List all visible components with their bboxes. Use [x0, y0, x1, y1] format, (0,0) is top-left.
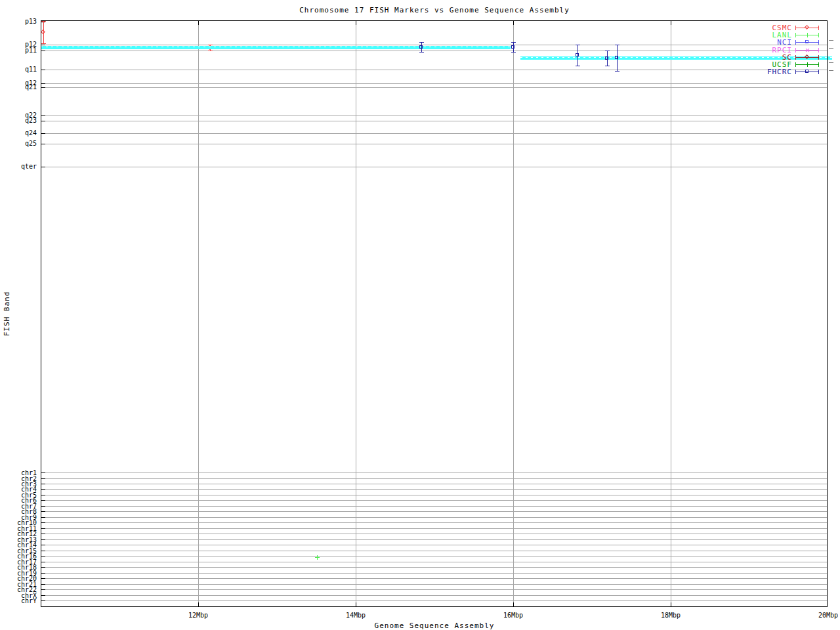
chromosome-gridline [41, 495, 828, 495]
error-bar-cap [41, 43, 46, 44]
y-tick [41, 511, 45, 512]
chromosome-gridline [41, 534, 828, 534]
y-tick [41, 539, 45, 540]
y-tick [41, 70, 45, 70]
band-label: p11 [1, 47, 37, 54]
legend-sample-cap [818, 26, 819, 30]
x-tick-bottom [671, 602, 671, 606]
legend-sample-cap [818, 33, 819, 37]
band-label: q21 [1, 84, 37, 91]
legend-sample-cap [795, 62, 796, 67]
x-gridline [198, 21, 199, 606]
legend-sample-cap [818, 70, 819, 74]
x-tick-top [198, 21, 199, 25]
y-tick [41, 545, 45, 545]
right-edge-tick [829, 48, 833, 49]
y-tick [41, 517, 45, 518]
plot-area: p13p12p11q11q12q21q22q23q24q25qterchr1ch… [0, 0, 840, 630]
x-tick-label: 20Mbp [807, 612, 840, 619]
band-label: q23 [1, 117, 37, 124]
legend-sample-cap [818, 48, 819, 52]
legend-sample-cap [795, 55, 796, 60]
right-edge-tick [829, 40, 833, 41]
chromosome-gridline [41, 567, 828, 568]
marker-square [419, 45, 423, 49]
chromosome-gridline [41, 478, 828, 479]
band-label: q11 [1, 66, 37, 73]
marker-plus [317, 555, 318, 560]
x-tick-bottom [356, 602, 356, 606]
marker-square [605, 56, 608, 60]
band-gridline [41, 70, 828, 70]
legend-sample-cap [795, 70, 796, 74]
y-tick [41, 528, 45, 529]
band-label: p13 [1, 18, 37, 25]
y-tick [41, 133, 45, 134]
band-gridline [41, 116, 828, 116]
marker-square [805, 70, 808, 73]
chromosome-gridline [41, 517, 828, 518]
chromosome-gridline [41, 506, 828, 507]
error-bar-cap [615, 71, 620, 72]
x-tick-bottom [513, 602, 514, 606]
y-tick [41, 589, 45, 590]
y-tick [41, 556, 45, 556]
x-axis-title: Genome Sequence Assembly [41, 621, 828, 630]
band-gridline [41, 167, 828, 167]
y-tick [41, 116, 45, 116]
chromosome-gridline [41, 511, 828, 512]
band-label: q24 [1, 130, 37, 136]
error-bar-cap [576, 66, 580, 66]
legend-sample-cap [818, 55, 819, 60]
marker-diamond [41, 30, 45, 34]
y-tick [41, 489, 45, 490]
y-tick [41, 121, 45, 121]
band-gridline [41, 87, 828, 88]
error-bar-cap [208, 51, 213, 51]
error-bar-cap [511, 52, 516, 52]
band-label: q25 [1, 140, 37, 147]
y-tick [41, 551, 45, 551]
error-bar-cap [41, 21, 46, 22]
y-tick [41, 600, 45, 601]
chromosome-gridline [41, 595, 828, 596]
y-tick [41, 144, 45, 144]
y-tick [41, 87, 45, 88]
chromosome-gridline [41, 484, 828, 484]
legend-sample-cap [795, 40, 796, 45]
y-tick [41, 522, 45, 523]
chromosome-gridline [41, 551, 828, 551]
error-bar-cap [576, 45, 580, 45]
marker-plus [807, 62, 808, 67]
band-gridline [41, 121, 828, 121]
band-label: qter [1, 163, 37, 170]
assembly-band-track [41, 46, 511, 49]
error-bar-cap [605, 66, 610, 66]
x-tick-label: 14Mbp [335, 612, 377, 619]
x-tick-label: 16Mbp [492, 612, 534, 619]
marker-plus [807, 33, 808, 37]
x-tick-label: 12Mbp [177, 612, 219, 619]
band-gridline [41, 144, 828, 144]
y-tick [41, 83, 45, 84]
y-tick [41, 567, 45, 568]
y-tick [41, 573, 45, 574]
chromosome-gridline [41, 584, 828, 585]
band-gridline [41, 45, 828, 45]
x-tick-top [513, 21, 514, 25]
chromosome-gridline [41, 600, 828, 601]
y-tick [41, 506, 45, 507]
error-bar-cap [419, 42, 424, 43]
marker-diamond [805, 25, 809, 30]
error-bar-cap [605, 51, 610, 51]
band-track-dashes [41, 47, 511, 47]
y-axis-title: FISH Band [3, 291, 11, 337]
chromosome-label: chrY [1, 598, 37, 604]
right-edge-tick [829, 62, 833, 63]
marker-square [576, 53, 579, 56]
band-gridline [41, 83, 828, 84]
x-gridline [356, 21, 356, 606]
x-gridline [671, 21, 671, 606]
chromosome-gridline [41, 556, 828, 556]
marker-cross [805, 47, 811, 54]
